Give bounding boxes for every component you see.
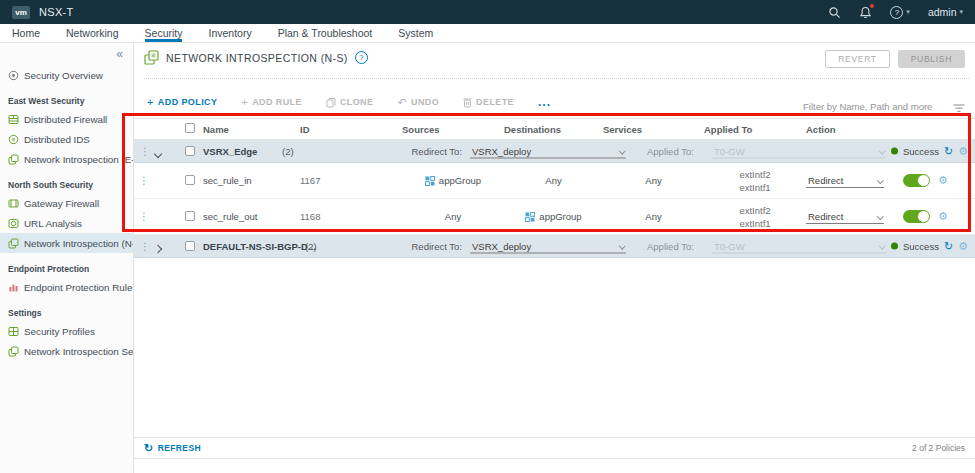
sidebar-collapse-icon[interactable]: « bbox=[0, 46, 133, 65]
rule-row-sec-rule-out[interactable]: ⋮ sec_rule_out 1168 Any appGroup Any ext… bbox=[134, 199, 975, 235]
app-group-icon bbox=[525, 212, 535, 222]
settings-gear-icon[interactable]: ⚙ bbox=[938, 211, 948, 222]
column-destinations: Destinations bbox=[504, 124, 603, 135]
policy-name: DEFAULT-NS-SI-BGP-D... bbox=[203, 241, 316, 252]
filter-input[interactable] bbox=[803, 99, 945, 114]
rule-enabled-toggle[interactable] bbox=[903, 174, 929, 187]
policy-checkbox[interactable] bbox=[185, 241, 195, 251]
sidebar-item-label: URL Analysis bbox=[24, 218, 82, 229]
more-options-button[interactable]: ... bbox=[538, 95, 551, 109]
sources-cell[interactable]: Any bbox=[402, 211, 504, 222]
collapse-chevron-icon[interactable] bbox=[154, 150, 162, 158]
notifications-bell-icon[interactable] bbox=[859, 6, 872, 19]
settings-gear-icon[interactable]: ⚙ bbox=[958, 241, 968, 252]
drag-handle-icon[interactable]: ⋮ bbox=[140, 147, 150, 156]
redirect-to-label: Redirect To: bbox=[400, 146, 462, 157]
sidebar-item-gateway-firewall[interactable]: Gateway Firewall bbox=[0, 193, 133, 213]
settings-gear-icon[interactable]: ⚙ bbox=[958, 146, 968, 157]
nav-item-system[interactable]: System bbox=[398, 24, 433, 42]
vmware-logo-text: vm bbox=[15, 8, 27, 17]
sidebar-item-label: Security Profiles bbox=[24, 326, 95, 337]
delete-label: DELETE bbox=[476, 97, 514, 107]
sidebar-item-url-analysis[interactable]: URL Analysis bbox=[0, 213, 133, 233]
policy-checkbox[interactable] bbox=[185, 146, 195, 156]
rule-row-sec-rule-in[interactable]: ⋮ sec_rule_in 1167 appGroup Any Any extI… bbox=[134, 163, 975, 199]
column-name: Name bbox=[203, 124, 300, 135]
overview-icon bbox=[8, 70, 19, 81]
add-policy-button[interactable]: + ADD POLICY bbox=[147, 96, 217, 108]
applied-to-cell[interactable]: extIntf2 extIntf1 bbox=[704, 204, 806, 230]
policy-rule-count: (2) bbox=[282, 146, 294, 157]
publish-button[interactable]: PUBLISH bbox=[898, 50, 965, 68]
nav-item-inventory[interactable]: Inventory bbox=[208, 24, 251, 42]
drag-handle-icon[interactable]: ⋮ bbox=[140, 242, 150, 251]
undo-icon: ↶ bbox=[397, 96, 407, 109]
redirect-to-label: Redirect To: bbox=[400, 241, 462, 252]
policy-row-vsrx-edge[interactable]: ⋮ VSRX_Edge (2) Redirect To: VSRX_deploy… bbox=[134, 140, 975, 163]
sidebar-item-network-introspection-ew[interactable]: Network Introspection (E-W) bbox=[0, 149, 133, 169]
refresh-button[interactable]: ↻ REFRESH bbox=[144, 442, 201, 455]
destinations-cell[interactable]: appGroup bbox=[504, 211, 603, 222]
expand-chevron-icon[interactable] bbox=[154, 245, 162, 253]
sidebar-item-label: Security Overview bbox=[24, 70, 103, 81]
network-introspection-icon bbox=[144, 50, 159, 65]
action-select[interactable]: Redirect bbox=[806, 209, 884, 224]
select-all-checkbox[interactable] bbox=[185, 123, 195, 133]
sidebar-item-network-introspection-ns[interactable]: Network Introspection (N-S) bbox=[0, 233, 133, 253]
applied-to-item: extIntf1 bbox=[739, 217, 770, 230]
redirect-to-select[interactable]: VSRX_deploy bbox=[470, 239, 626, 254]
settings-gear-icon[interactable]: ⚙ bbox=[938, 175, 948, 186]
nav-item-plan-troubleshoot[interactable]: Plan & Troubleshoot bbox=[278, 24, 373, 42]
sources-cell[interactable]: appGroup bbox=[402, 175, 504, 186]
applied-to-value: T0-GW bbox=[714, 240, 745, 251]
rule-id: 1168 bbox=[300, 211, 402, 222]
help-menu[interactable]: ? ▾ bbox=[890, 6, 910, 19]
product-title: NSX-T bbox=[39, 6, 74, 18]
search-icon[interactable] bbox=[828, 6, 841, 19]
add-rule-button[interactable]: + ADD RULE bbox=[241, 96, 302, 108]
sidebar-section-north-south: North South Security bbox=[0, 169, 133, 193]
drag-handle-icon[interactable]: ⋮ bbox=[139, 175, 149, 186]
rule-checkbox[interactable] bbox=[185, 211, 195, 221]
clone-button[interactable]: CLONE bbox=[326, 97, 374, 108]
redirect-to-value: VSRX_deploy bbox=[472, 145, 531, 156]
add-rule-label: ADD RULE bbox=[252, 97, 302, 107]
applied-to-select[interactable]: T0-GW bbox=[712, 144, 886, 159]
page-help-icon[interactable]: ? bbox=[355, 51, 368, 64]
topbar: vm NSX-T ? ▾ admin ▾ bbox=[0, 0, 975, 24]
refresh-status-icon[interactable]: ↻ bbox=[944, 241, 953, 252]
refresh-status-icon[interactable]: ↻ bbox=[944, 146, 953, 157]
sidebar-item-distributed-firewall[interactable]: Distributed Firewall bbox=[0, 109, 133, 129]
user-menu[interactable]: admin ▾ bbox=[928, 6, 963, 18]
drag-handle-icon[interactable]: ⋮ bbox=[139, 211, 149, 222]
filter-icon[interactable] bbox=[953, 99, 965, 117]
undo-button[interactable]: ↶ UNDO bbox=[397, 96, 439, 109]
nav-item-security[interactable]: Security bbox=[145, 24, 183, 42]
action-select[interactable]: Redirect bbox=[806, 173, 884, 188]
destinations-cell[interactable]: Any bbox=[504, 175, 603, 186]
applied-to-select[interactable]: T0-GW bbox=[712, 239, 886, 254]
sidebar-item-network-introspection-settings[interactable]: Network Introspection Setti... bbox=[0, 341, 133, 361]
sidebar-item-label: Distributed IDS bbox=[24, 134, 90, 145]
sidebar-item-distributed-ids[interactable]: Distributed IDS bbox=[0, 129, 133, 149]
rule-checkbox[interactable] bbox=[185, 175, 195, 185]
policy-row-default-ns-si-bgp[interactable]: ⋮ DEFAULT-NS-SI-BGP-D... (2) Redirect To… bbox=[134, 235, 975, 258]
title-separator bbox=[144, 78, 969, 79]
policies-table: Name ID Sources Destinations Services Ap… bbox=[134, 118, 975, 258]
sidebar-item-security-profiles[interactable]: Security Profiles bbox=[0, 321, 133, 341]
services-cell[interactable]: Any bbox=[603, 175, 704, 186]
rule-enabled-toggle[interactable] bbox=[903, 210, 929, 223]
revert-button[interactable]: REVERT bbox=[825, 50, 890, 68]
nav-item-home[interactable]: Home bbox=[12, 24, 40, 42]
success-dot-icon bbox=[891, 148, 898, 155]
chevron-down-icon bbox=[877, 213, 883, 219]
redirect-to-select[interactable]: VSRX_deploy bbox=[470, 144, 626, 159]
app-group-icon bbox=[425, 176, 435, 186]
delete-button[interactable]: DELETE bbox=[463, 97, 514, 108]
applied-to-cell[interactable]: extIntf2 extIntf1 bbox=[704, 168, 806, 194]
nav-item-networking[interactable]: Networking bbox=[66, 24, 119, 42]
sidebar-item-label: Network Introspection (E-W) bbox=[24, 154, 133, 165]
sidebar-item-endpoint-protection-rules[interactable]: Endpoint Protection Rules bbox=[0, 277, 133, 297]
services-cell[interactable]: Any bbox=[603, 211, 704, 222]
sidebar-item-security-overview[interactable]: Security Overview bbox=[0, 65, 133, 85]
